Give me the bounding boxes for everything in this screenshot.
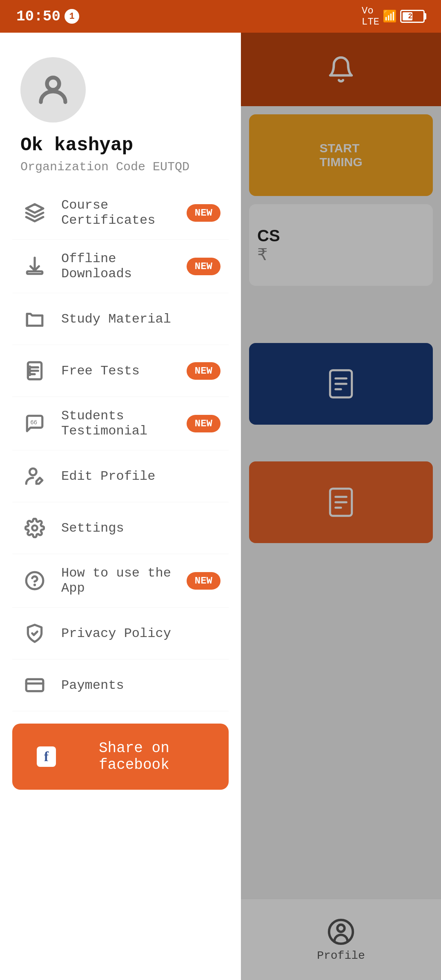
menu-list: Course Certificates NEW Offline Download… (0, 186, 241, 711)
gear-icon (20, 514, 49, 542)
status-icons: VoLTE 📶 23 (362, 5, 425, 27)
sidebar-item-edit-profile[interactable]: Edit Profile (12, 450, 229, 502)
new-badge-students-testimonial: NEW (187, 415, 220, 432)
menu-label-students-testimonial: Students Testimonial (61, 408, 187, 439)
sidebar-item-how-to-use[interactable]: How to use the App NEW (12, 554, 229, 608)
new-badge-offline-downloads: NEW (187, 258, 220, 275)
volte-icon: VoLTE (362, 5, 379, 27)
drawer: Ok kashyap Organization Code EUTQD Cours… (0, 33, 241, 980)
new-badge-free-tests: NEW (187, 362, 220, 380)
menu-label-settings: Settings (61, 521, 220, 536)
svg-rect-1 (27, 272, 42, 274)
menu-label-edit-profile: Edit Profile (61, 469, 220, 484)
right-panel: STARTTIMING CS ₹ (241, 33, 441, 980)
question-icon (20, 566, 49, 595)
status-time: 10:50 1 (16, 8, 79, 25)
sidebar-item-settings[interactable]: Settings (12, 502, 229, 554)
shield-icon (20, 619, 49, 648)
avatar-icon (35, 71, 71, 108)
drawer-header: Ok kashyap Organization Code EUTQD (0, 33, 241, 186)
new-badge-how-to-use: NEW (187, 572, 220, 590)
svg-point-6 (29, 367, 30, 368)
share-facebook-button[interactable]: f Share on facebook (12, 724, 229, 790)
avatar (20, 57, 86, 122)
sidebar-item-privacy-policy[interactable]: Privacy Policy (12, 608, 229, 659)
time-display: 10:50 (16, 8, 60, 25)
status-bar: 10:50 1 VoLTE 📶 23 (0, 0, 441, 33)
document-icon (20, 356, 49, 385)
menu-label-offline-downloads: Offline Downloads (61, 251, 187, 281)
person-edit-icon (20, 462, 49, 490)
sidebar-item-students-testimonial[interactable]: 66 Students Testimonial NEW (12, 397, 229, 450)
signal-icon: 📶 (383, 9, 397, 23)
menu-label-course-certificates: Course Certificates (61, 198, 187, 228)
sidebar-item-course-certificates[interactable]: Course Certificates NEW (12, 186, 229, 240)
svg-point-7 (29, 370, 30, 372)
card-icon (20, 671, 49, 699)
chat-icon: 66 (20, 409, 49, 438)
svg-point-8 (29, 373, 30, 375)
graduation-icon (20, 198, 49, 227)
download-icon (20, 252, 49, 281)
battery-icon: 23 (400, 10, 425, 23)
new-badge-course-certificates: NEW (187, 204, 220, 222)
menu-label-payments: Payments (61, 678, 220, 693)
svg-rect-14 (26, 679, 43, 691)
svg-point-10 (30, 468, 37, 475)
user-name: Ok kashyap (20, 135, 220, 156)
svg-point-11 (32, 526, 38, 531)
svg-text:66: 66 (31, 419, 37, 425)
main-container: Ok kashyap Organization Code EUTQD Cours… (0, 33, 441, 980)
svg-point-0 (47, 78, 59, 90)
sidebar-item-free-tests[interactable]: Free Tests NEW (12, 345, 229, 397)
share-facebook-label: Share on facebook (64, 740, 204, 773)
sidebar-item-payments[interactable]: Payments (12, 659, 229, 711)
org-code: Organization Code EUTQD (20, 160, 220, 174)
sidebar-item-offline-downloads[interactable]: Offline Downloads NEW (12, 240, 229, 293)
folder-icon (20, 305, 49, 333)
menu-label-privacy-policy: Privacy Policy (61, 626, 220, 641)
sidebar-item-study-material[interactable]: Study Material (12, 293, 229, 345)
menu-label-study-material: Study Material (61, 312, 220, 327)
menu-label-free-tests: Free Tests (61, 363, 187, 379)
notification-badge: 1 (65, 9, 79, 24)
right-overlay (241, 33, 441, 980)
menu-label-how-to-use: How to use the App (61, 566, 187, 596)
facebook-icon: f (37, 746, 56, 767)
